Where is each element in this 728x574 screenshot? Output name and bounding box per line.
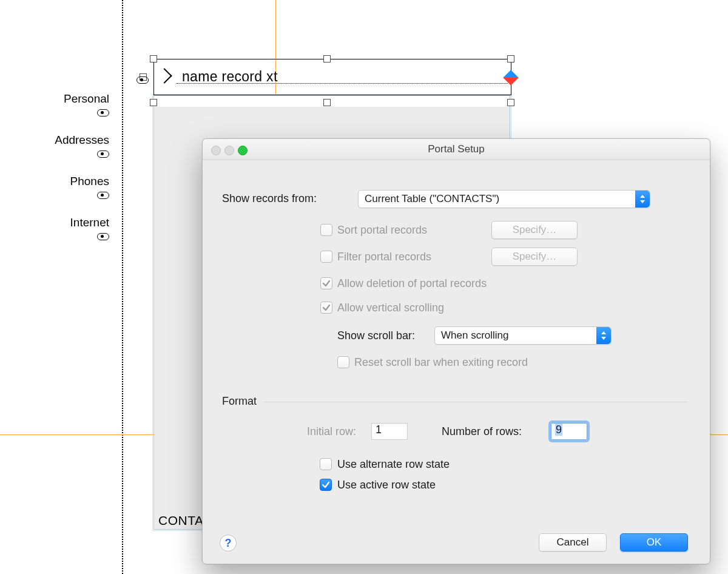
part-label-personal: Personal: [64, 92, 109, 106]
help-icon: ?: [225, 537, 232, 550]
initial-row-label: Initial row:: [307, 425, 356, 438]
scrollbar-value: When scrolling: [441, 329, 509, 342]
part-label-addresses: Addresses: [55, 133, 109, 147]
visibility-eye-icon[interactable]: [97, 233, 109, 240]
visibility-eye-icon[interactable]: [136, 76, 149, 84]
select-stepper-icon: [596, 327, 611, 344]
help-button[interactable]: ?: [220, 535, 237, 552]
reset-scrollbar-label: Reset scroll bar when exiting record: [354, 356, 528, 369]
visibility-eye-icon[interactable]: [97, 109, 109, 116]
allow-deletion-label: Allow deletion of portal records: [337, 277, 487, 290]
resize-handle[interactable]: [507, 99, 514, 106]
visibility-eye-icon[interactable]: [97, 150, 109, 158]
filter-records-checkbox: [320, 251, 332, 263]
sort-records-checkbox: [320, 224, 332, 236]
window-close-button[interactable]: [211, 146, 221, 155]
allow-deletion-checkbox[interactable]: [320, 277, 332, 289]
selected-field-object[interactable]: name record xt: [143, 48, 511, 106]
alternate-row-label: Use alternate row state: [337, 458, 450, 471]
resize-handle[interactable]: [507, 55, 514, 62]
sort-specify-button: Specify…: [491, 221, 578, 239]
initial-row-input[interactable]: 1: [371, 423, 408, 440]
btn-label: Specify…: [513, 224, 557, 236]
layout-ruler-line: [122, 0, 123, 574]
section-divider: [263, 402, 688, 402]
active-row-label: Use active row state: [337, 479, 436, 491]
btn-label: Specify…: [513, 251, 557, 263]
scrollbar-select[interactable]: When scrolling: [434, 326, 612, 345]
resize-handle[interactable]: [323, 55, 331, 62]
part-label-internet: Internet: [70, 216, 109, 229]
sort-records-label: Sort portal records: [337, 224, 427, 237]
dialog-title: Portal Setup: [428, 143, 485, 155]
btn-label: OK: [647, 536, 662, 549]
scrollbar-label: Show scroll bar:: [337, 329, 415, 342]
show-records-select[interactable]: Current Table ("CONTACTS"): [358, 190, 650, 208]
filter-records-label: Filter portal records: [337, 251, 431, 263]
ok-button[interactable]: OK: [620, 533, 688, 552]
field-placeholder-text: name record xt: [182, 69, 278, 85]
num-rows-label: Number of rows:: [442, 425, 522, 438]
format-header: Format: [222, 395, 257, 408]
visibility-eye-icon[interactable]: [97, 192, 109, 199]
portal-table-label-cutoff: CONTA: [158, 513, 203, 528]
resize-handle[interactable]: [150, 99, 157, 106]
reset-scrollbar-checkbox: [337, 356, 349, 368]
window-zoom-button[interactable]: [238, 146, 248, 155]
resize-handle[interactable]: [150, 55, 157, 62]
allow-scrolling-label: Allow vertical scrolling: [337, 302, 444, 314]
num-rows-value: 9: [555, 424, 562, 436]
cancel-button[interactable]: Cancel: [539, 533, 607, 552]
active-row-checkbox[interactable]: [320, 479, 332, 491]
initial-row-value: 1: [376, 424, 382, 436]
part-label-phones: Phones: [70, 175, 109, 188]
btn-label: Cancel: [557, 536, 589, 549]
window-minimize-button[interactable]: [224, 146, 234, 155]
show-records-label: Show records from:: [222, 192, 317, 205]
dialog-titlebar[interactable]: Portal Setup: [203, 139, 710, 160]
filter-specify-button: Specify…: [491, 248, 578, 266]
portal-setup-dialog: Portal Setup Show records from: Current …: [202, 138, 710, 564]
num-rows-input[interactable]: 9: [551, 423, 587, 440]
allow-scrolling-checkbox[interactable]: [320, 302, 332, 314]
select-stepper-icon: [635, 191, 650, 208]
show-records-value: Current Table ("CONTACTS"): [365, 193, 499, 205]
resize-handle[interactable]: [323, 99, 331, 106]
alternate-row-checkbox[interactable]: [320, 458, 332, 470]
